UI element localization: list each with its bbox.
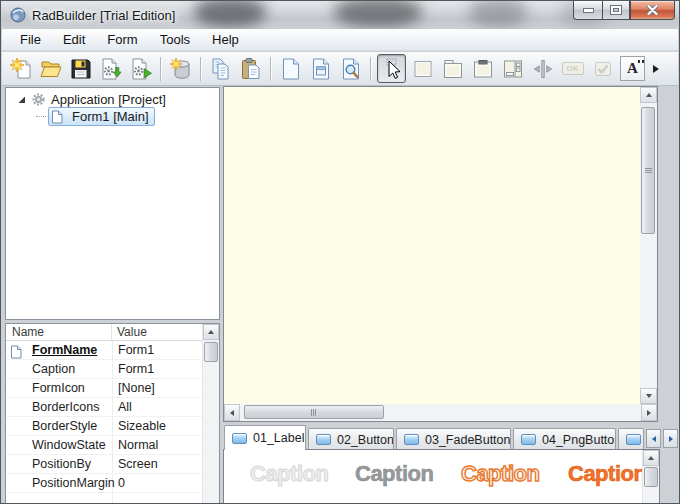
tree-selection[interactable]: Form1 [Main] xyxy=(48,107,155,126)
scroll-up-button[interactable] xyxy=(643,450,659,466)
app-icon[interactable] xyxy=(10,7,26,23)
cursor-icon xyxy=(380,57,404,81)
tab-01-labels[interactable]: 01_Labels xyxy=(224,425,306,450)
save-project-button[interactable] xyxy=(67,55,94,82)
tree-item-label: Form1 [Main] xyxy=(72,109,149,124)
scrollbar-thumb[interactable] xyxy=(644,467,658,487)
tab-icon xyxy=(232,433,247,444)
panel-button[interactable] xyxy=(409,55,436,82)
tab-icon xyxy=(521,434,536,445)
property-row-caption[interactable]: Caption Form1 xyxy=(6,360,202,379)
close-button[interactable] xyxy=(630,1,675,20)
menu-file[interactable]: File xyxy=(9,29,52,50)
checkbox-tool[interactable] xyxy=(589,55,616,82)
preview-button[interactable] xyxy=(337,55,364,82)
grid-panel-icon xyxy=(501,57,525,81)
frame-panel-icon xyxy=(441,57,465,81)
project-tree-panel: Application [Project] Form1 [Main] xyxy=(5,87,220,320)
label-component-solid[interactable]: Caption xyxy=(568,461,646,487)
toolbar: OK A xyxy=(2,52,678,86)
ok-button-tool[interactable]: OK xyxy=(559,55,586,82)
scrollbar-thumb[interactable] xyxy=(204,342,218,362)
property-row-windowstate[interactable]: WindowState Normal xyxy=(6,436,202,455)
project-gear-icon xyxy=(31,92,46,107)
tab-scroll-right-button[interactable] xyxy=(663,429,678,448)
tab-scroll-left-button[interactable] xyxy=(646,429,661,448)
column-value: Value xyxy=(112,325,147,339)
panel-icon xyxy=(411,57,435,81)
property-row-positionby[interactable]: PositionBy Screen xyxy=(6,455,202,474)
ok-button-icon: OK xyxy=(562,62,584,75)
toolbar-separator xyxy=(370,57,371,81)
window-title: RadBuilder [Trial Edition] xyxy=(32,8,175,23)
preview-icon xyxy=(339,57,363,81)
property-rows: FormName Form1 Caption Form1 FormIcon [N… xyxy=(6,341,202,504)
toolbar-overflow-icon[interactable] xyxy=(653,65,659,73)
tab-icon xyxy=(626,434,641,445)
tab-icon xyxy=(404,434,419,445)
property-grid: Name Value FormName Form1 Caption Form1 … xyxy=(5,323,220,504)
designer-horizontal-scrollbar xyxy=(224,404,657,421)
scroll-down-button[interactable] xyxy=(640,388,657,404)
scrollbar-thumb[interactable] xyxy=(641,107,655,234)
label-icon: A xyxy=(620,56,645,81)
build-project-icon xyxy=(99,57,123,81)
glass-smudge xyxy=(469,1,527,27)
tree-item-label: Application [Project] xyxy=(51,92,166,107)
expand-icon[interactable] xyxy=(17,95,26,104)
glass-smudge xyxy=(194,1,266,27)
new-form-button[interactable] xyxy=(277,55,304,82)
property-grid-scrollbar xyxy=(202,324,219,504)
menu-edit[interactable]: Edit xyxy=(52,29,96,50)
label-component-embossed[interactable]: Caption xyxy=(250,461,328,487)
tab-03-fadebuttons[interactable]: 03_FadeButtons xyxy=(396,428,511,450)
splitter-button[interactable] xyxy=(529,55,556,82)
title-bar: RadBuilder [Trial Edition] xyxy=(1,1,679,29)
menu-help[interactable]: Help xyxy=(201,29,250,50)
scroll-up-button[interactable] xyxy=(640,87,657,103)
design-canvas[interactable] xyxy=(224,87,640,404)
label-tool[interactable]: A xyxy=(619,55,646,82)
run-project-button[interactable] xyxy=(127,55,154,82)
form-page-icon xyxy=(51,110,63,124)
tree-item-form1[interactable]: Form1 [Main] xyxy=(6,108,219,125)
minimize-icon xyxy=(584,9,593,12)
form-window-button[interactable] xyxy=(307,55,334,82)
frame-panel-button[interactable] xyxy=(439,55,466,82)
paste-icon xyxy=(239,57,263,81)
minimize-button[interactable] xyxy=(573,1,602,20)
designer-vertical-scrollbar xyxy=(640,87,657,404)
menu-tools[interactable]: Tools xyxy=(149,29,201,50)
copy-button[interactable] xyxy=(207,55,234,82)
new-database-icon xyxy=(169,57,193,81)
property-row-formname[interactable]: FormName Form1 xyxy=(6,341,202,360)
scroll-left-button[interactable] xyxy=(224,404,240,421)
new-project-button[interactable] xyxy=(7,55,34,82)
property-row-formicon[interactable]: FormIcon [None] xyxy=(6,379,202,398)
tab-02-buttons[interactable]: 02_Buttons xyxy=(308,428,394,450)
label-component-outline[interactable]: Caption xyxy=(461,461,539,487)
new-project-icon xyxy=(9,57,33,81)
scrollbar-thumb[interactable] xyxy=(244,405,384,419)
label-component-gray[interactable]: Caption xyxy=(355,461,433,487)
tab-05-partial[interactable] xyxy=(618,428,644,450)
paste-button[interactable] xyxy=(237,55,264,82)
scroll-up-button[interactable] xyxy=(203,324,219,340)
open-project-button[interactable] xyxy=(37,55,64,82)
maximize-icon xyxy=(611,6,621,14)
maximize-button[interactable] xyxy=(602,1,630,20)
property-row-bordericons[interactable]: BorderIcons All xyxy=(6,398,202,417)
new-database-button[interactable] xyxy=(167,55,194,82)
select-tool-button[interactable] xyxy=(377,54,406,83)
tree-item-application[interactable]: Application [Project] xyxy=(6,91,219,108)
property-row-borderstyle[interactable]: BorderStyle Sizeable xyxy=(6,417,202,436)
tab-04-pngbuttons[interactable]: 04_PngButtons xyxy=(513,428,616,450)
titled-panel-button[interactable] xyxy=(469,55,496,82)
grid-panel-button[interactable] xyxy=(499,55,526,82)
tab-label: 02_Buttons xyxy=(337,433,394,447)
scroll-right-button[interactable] xyxy=(641,404,657,421)
property-row-positionmargin[interactable]: PositionMargin 0 xyxy=(6,474,202,493)
build-project-button[interactable] xyxy=(97,55,124,82)
save-project-icon xyxy=(69,57,93,81)
menu-form[interactable]: Form xyxy=(96,29,148,50)
